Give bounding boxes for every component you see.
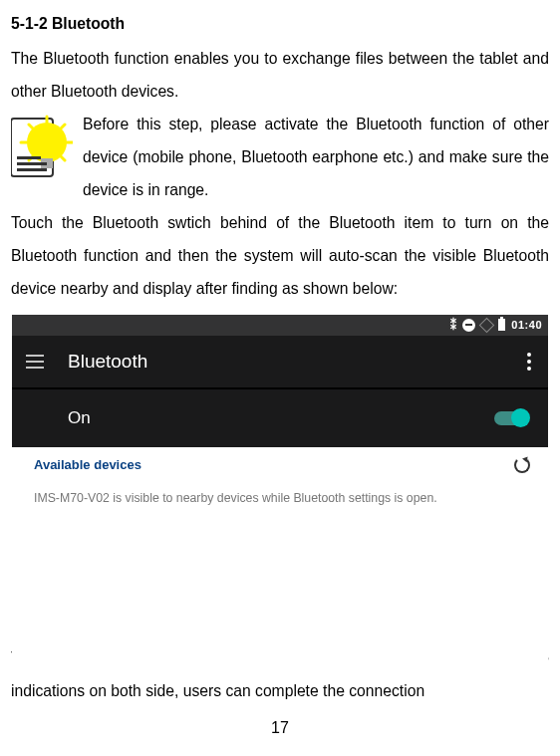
tip-text: Before this step, please activate the Bl…: [83, 109, 549, 207]
available-devices-label: Available devices: [34, 451, 141, 478]
intro-paragraph: The Bluetooth function enables you to ex…: [11, 43, 549, 109]
bluetooth-header: Bluetooth: [12, 336, 548, 387]
dnd-status-icon: [462, 319, 475, 332]
section-heading: 5-1-2 Bluetooth: [11, 8, 549, 41]
svg-rect-4: [17, 162, 47, 165]
svg-rect-5: [17, 156, 41, 159]
available-devices-row: Available devices: [12, 450, 548, 480]
bluetooth-screenshot: ⁑ 01:40 Bluetooth On Available devices I…: [11, 314, 549, 636]
on-label: On: [68, 400, 91, 436]
tip-block: Before this step, please activate the Bl…: [11, 109, 549, 207]
bluetooth-on-row[interactable]: On: [12, 387, 548, 447]
lightbulb-icon: [11, 113, 73, 182]
signal-status-icon: [479, 317, 495, 333]
empty-area: [12, 522, 548, 669]
more-options-icon[interactable]: [527, 353, 531, 371]
screen-title: Bluetooth: [68, 342, 507, 381]
battery-status-icon: [498, 319, 505, 331]
status-time: 01:40: [511, 314, 542, 337]
hamburger-icon[interactable]: [26, 355, 44, 369]
bluetooth-status-icon: ⁑: [450, 313, 456, 338]
visibility-text: IMS-M70-V02 is visible to nearby devices…: [12, 480, 548, 522]
instruction-1: Touch the Bluetooth swtich behind of the…: [11, 207, 549, 306]
page-number: 17: [11, 711, 549, 745]
status-bar: ⁑ 01:40: [12, 315, 548, 336]
svg-rect-3: [17, 168, 47, 171]
bluetooth-toggle[interactable]: [494, 411, 526, 425]
refresh-icon[interactable]: [514, 457, 530, 473]
